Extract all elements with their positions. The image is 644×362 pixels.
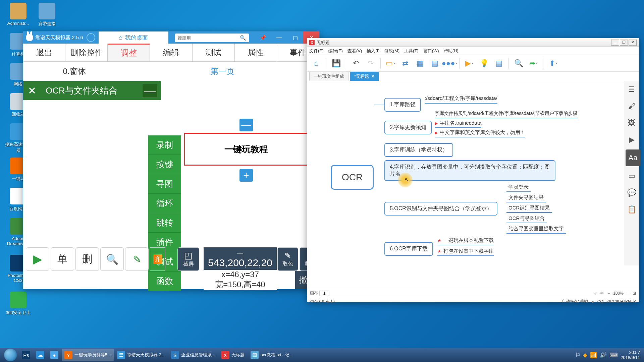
form-label[interactable]: 0.窗体 bbox=[23, 62, 125, 81]
menu-window[interactable]: 窗口(W) bbox=[423, 48, 439, 54]
node-6[interactable]: 6.OCR字库下载 bbox=[384, 242, 433, 256]
btn-delete-control[interactable]: 删除控件 bbox=[65, 44, 108, 61]
taskbar-item-0[interactable]: Ps bbox=[19, 349, 33, 361]
btn-function[interactable]: 函数 bbox=[148, 272, 181, 291]
fit-icon[interactable]: ⊡ bbox=[633, 291, 636, 296]
taskbar-item-6[interactable]: X无标题 bbox=[219, 349, 247, 361]
pin-button[interactable]: 📌 bbox=[255, 32, 271, 44]
tray-flag-icon[interactable]: ⚐ bbox=[575, 352, 580, 359]
outline-icon[interactable]: ☰ bbox=[624, 81, 639, 98]
close-button[interactable]: ✕ bbox=[629, 40, 637, 46]
minus-icon[interactable]: — bbox=[143, 84, 157, 97]
edit-tool[interactable]: ✎ bbox=[125, 247, 149, 271]
btn-loop[interactable]: 循环 bbox=[148, 194, 181, 213]
handle-bottom[interactable]: + bbox=[239, 169, 253, 182]
tab-my-desktop[interactable]: ⌂我的桌面 bbox=[99, 32, 168, 44]
minimize-button[interactable]: — bbox=[611, 40, 619, 46]
menu-edit[interactable]: 编辑(E) bbox=[328, 48, 343, 54]
screenshot-tool[interactable]: ◰截屏 bbox=[177, 247, 199, 271]
marker-icon[interactable]: ▶ bbox=[624, 131, 639, 148]
tab-doc-1[interactable]: 一键玩文件组成 bbox=[309, 72, 348, 81]
export-icon[interactable]: ⬆▾ bbox=[547, 57, 559, 70]
system-tray[interactable]: ⚐ ◆ 📶 🔊 ⌨ 20:57 2018/9/11 bbox=[575, 350, 643, 360]
emulator-titlebar[interactable]: 靠谱天天模拟器 2.5.6 ⌂我的桌面 ☾游戏中心 🔍 📌 — ▢ ✕ bbox=[23, 32, 319, 44]
start-button[interactable] bbox=[1, 348, 19, 362]
topic-icon[interactable]: ▭▾ bbox=[384, 57, 397, 70]
task-icon[interactable]: 📋 bbox=[624, 201, 639, 218]
node-5[interactable]: 5.OCR识别与文件夹寻图结合（学员登录） bbox=[384, 202, 497, 216]
tab-doc-2[interactable]: *无标题✕ bbox=[350, 72, 379, 81]
eye-icon[interactable]: 👁 bbox=[600, 291, 604, 296]
taskbar-item-2[interactable]: ● bbox=[48, 349, 61, 361]
mindmap-canvas[interactable]: OCR 1.字库路径 :/sdcard/工程文件/字库/tessdata/ 2.… bbox=[307, 81, 639, 289]
btn-record[interactable]: 录制 bbox=[148, 135, 181, 155]
btn-property[interactable]: 属性 bbox=[235, 44, 277, 61]
undo-icon[interactable]: ↶ bbox=[350, 57, 362, 70]
gantt-icon[interactable]: ▤ bbox=[492, 57, 505, 70]
tab-close-icon[interactable]: ✕ bbox=[371, 74, 375, 79]
tray-network-icon[interactable]: 📶 bbox=[590, 352, 597, 359]
node-1[interactable]: 1.字库路径 bbox=[384, 98, 421, 112]
zoom-icon[interactable]: 🔍 bbox=[512, 57, 525, 70]
notes-icon[interactable]: ▭ bbox=[624, 168, 639, 184]
layer-input[interactable] bbox=[319, 291, 329, 296]
btn-test[interactable]: 测试 bbox=[193, 44, 235, 61]
btn-exit[interactable]: 退出 bbox=[23, 44, 65, 61]
filter-icon[interactable]: ▿ bbox=[595, 291, 597, 296]
sub-5-5[interactable]: 结合寻图变量里提取文字 bbox=[506, 225, 566, 234]
node-root[interactable]: OCR bbox=[331, 165, 374, 190]
ocr-chip[interactable]: ✕ OCR与文件夹结合 — bbox=[23, 81, 161, 100]
btn-adjust[interactable]: 调整 bbox=[108, 44, 150, 61]
align-tool[interactable]: 齐 bbox=[150, 247, 165, 271]
user-avatar-icon[interactable] bbox=[87, 33, 95, 42]
page-label[interactable]: 第一页 bbox=[125, 62, 319, 81]
node-3[interactable]: 3.字库训练（学员特权） bbox=[384, 143, 453, 157]
taskbar-item-1[interactable]: ☁ bbox=[34, 349, 47, 361]
menu-tools[interactable]: 工具(T) bbox=[404, 48, 419, 54]
menu-modify[interactable]: 修改(M) bbox=[384, 48, 400, 54]
pick-color-tool[interactable]: ✎取色 bbox=[277, 247, 298, 271]
redo-icon[interactable]: ↷ bbox=[364, 57, 377, 70]
home-icon[interactable]: ⌂ bbox=[310, 57, 323, 70]
summary-icon[interactable]: ▤ bbox=[428, 57, 441, 70]
tray-input-icon[interactable]: ⌨ bbox=[609, 352, 618, 359]
single-button[interactable]: 单 bbox=[51, 247, 74, 271]
sub-5-4[interactable]: OCR与寻图结合 bbox=[506, 214, 547, 223]
sub-6-1[interactable]: 一键玩在脚本配置下载 bbox=[437, 237, 494, 245]
desktop-icon-10[interactable]: 360安全卫士 bbox=[5, 292, 32, 316]
image-icon[interactable]: 🖼 bbox=[624, 115, 639, 131]
present-icon[interactable]: ▶▾ bbox=[463, 57, 476, 70]
btn-key[interactable]: 按键 bbox=[148, 155, 181, 174]
comments-icon[interactable]: 💬 bbox=[624, 184, 639, 201]
sub-6-2[interactable]: 打包在设置中下载字库 bbox=[437, 248, 494, 256]
more-icon[interactable]: ●●●▾ bbox=[443, 57, 456, 70]
tutorial-element[interactable]: 一键玩教程 bbox=[184, 133, 308, 166]
restore-button[interactable]: ❐ bbox=[620, 40, 628, 46]
node-2[interactable]: 2.字库更新须知 bbox=[384, 121, 432, 134]
taskbar-item-5[interactable]: S企业信息管理系... bbox=[168, 349, 218, 361]
btn-findimg[interactable]: 寻图 bbox=[148, 174, 181, 194]
taskbar-item-7[interactable]: ▤ocr教程.txt - 记... bbox=[248, 349, 296, 361]
xmind-titlebar[interactable]: X 无标题 — ❐ ✕ bbox=[307, 38, 639, 47]
desktop-icon-0[interactable]: Administr... bbox=[5, 3, 32, 26]
search-tool[interactable]: 🔍 bbox=[100, 247, 124, 271]
brainstorm-icon[interactable]: 💡 bbox=[478, 57, 490, 70]
close-icon[interactable]: ✕ bbox=[28, 85, 36, 97]
clock[interactable]: 20:57 2018/9/11 bbox=[621, 350, 640, 360]
zoom-out-icon[interactable]: − bbox=[607, 291, 610, 296]
format-icon[interactable]: 🖌 bbox=[624, 98, 639, 115]
maximize-button[interactable]: ▢ bbox=[287, 32, 303, 44]
tray-volume-icon[interactable]: 🔊 bbox=[600, 352, 607, 359]
handle-top[interactable]: — bbox=[239, 119, 253, 131]
menu-view[interactable]: 查看(V) bbox=[347, 48, 362, 54]
menu-help[interactable]: 帮助(H) bbox=[444, 48, 459, 54]
play-button[interactable]: ▶ bbox=[26, 247, 49, 271]
label-icon[interactable]: Aa bbox=[626, 149, 640, 166]
menu-insert[interactable]: 插入(I) bbox=[367, 48, 379, 54]
tray-shield-icon[interactable]: ◆ bbox=[583, 352, 587, 359]
zoom-level[interactable]: 100% bbox=[613, 291, 624, 296]
taskbar-item-4[interactable]: ☰靠谱天天模拟器 2... bbox=[114, 349, 168, 361]
minimize-button[interactable]: — bbox=[271, 32, 287, 44]
zoom-in-icon[interactable]: + bbox=[627, 291, 629, 296]
btn-edit[interactable]: 编辑 bbox=[150, 44, 192, 61]
